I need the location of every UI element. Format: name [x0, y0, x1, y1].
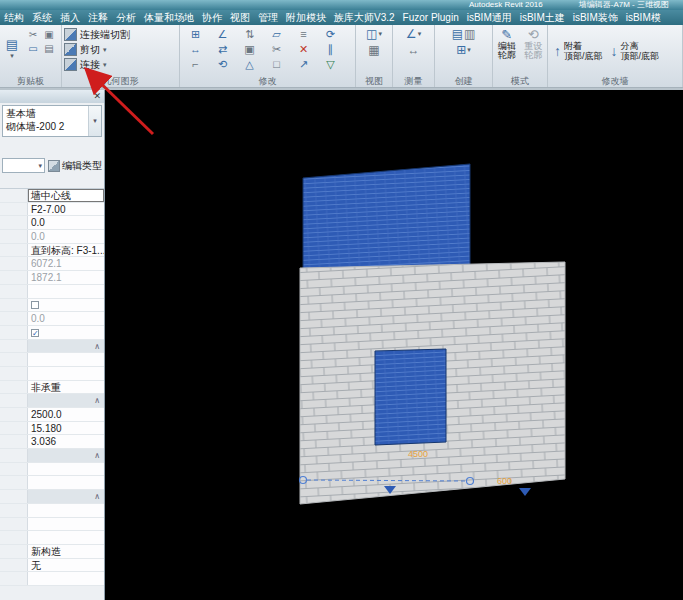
modify-tool-icon[interactable]: ↔: [182, 42, 209, 57]
property-value[interactable]: 0.0: [28, 230, 104, 243]
ribbon-tab[interactable]: 协作: [198, 10, 226, 25]
property-value[interactable]: [28, 518, 104, 531]
measure-arrow-button[interactable]: ↔: [408, 43, 420, 57]
property-value[interactable]: [28, 531, 104, 544]
edit-type-button[interactable]: 编辑类型: [48, 159, 102, 173]
property-value[interactable]: [28, 504, 104, 517]
property-value[interactable]: [28, 394, 104, 407]
3d-viewport-canvas[interactable]: 4500 600: [105, 90, 683, 600]
property-value[interactable]: [28, 353, 104, 366]
ribbon-tab[interactable]: 系统: [28, 10, 56, 25]
geometry-button[interactable]: 连接 ▾: [64, 57, 177, 72]
ribbon-tab[interactable]: Fuzor Plugin: [399, 10, 463, 25]
wall-attach-button[interactable]: ↑ 附着 顶部/底部: [552, 27, 605, 75]
create-button-2[interactable]: ⊞ ▾: [456, 43, 471, 57]
modify-tool-icon[interactable]: ✂: [263, 42, 290, 57]
mode-button[interactable]: ✎ 编辑 轮廓: [495, 27, 519, 75]
property-value[interactable]: 新构造: [28, 545, 104, 558]
ribbon-tab[interactable]: 插入: [56, 10, 84, 25]
property-value[interactable]: 直到标高: F3-1...: [28, 244, 104, 257]
property-value[interactable]: 无: [28, 559, 104, 572]
modify-tool-icon[interactable]: ↗: [290, 57, 317, 72]
modify-tool-icon[interactable]: ▣: [236, 42, 263, 57]
ribbon-tab[interactable]: 分析: [112, 10, 140, 25]
property-value[interactable]: 非承重: [28, 381, 104, 394]
modify-tool-icon[interactable]: □: [263, 57, 290, 72]
view-button[interactable]: ◫ ▾: [366, 27, 382, 41]
ribbon-tab[interactable]: 族库大师V3.2: [330, 10, 399, 25]
mode-button[interactable]: ⟲ 重设 轮廓: [522, 27, 546, 75]
modify-tool-icon[interactable]: ⟲: [209, 57, 236, 72]
view-grid-button[interactable]: ▦: [368, 43, 379, 57]
property-value[interactable]: [28, 340, 104, 353]
3d-viewport[interactable]: 4500 600: [105, 90, 683, 600]
modify-tool-icon[interactable]: ▽: [317, 57, 344, 72]
modify-tool-icon[interactable]: ⌐: [182, 57, 209, 72]
property-row: [0, 353, 104, 367]
match-brush-icon[interactable]: ▭: [25, 41, 41, 55]
create-button-1[interactable]: ▤ ▥: [452, 27, 476, 41]
modify-tool-icon[interactable]: ⇄: [209, 42, 236, 57]
type-selector[interactable]: 基本墙 砌体墙-200 2 ▾: [2, 105, 102, 137]
close-icon[interactable]: ✕: [93, 92, 101, 101]
property-value[interactable]: [28, 572, 104, 585]
ribbon-tab[interactable]: 附加模块: [282, 10, 330, 25]
property-value[interactable]: 2500.0: [28, 408, 104, 421]
type-family: 基本墙: [6, 107, 85, 120]
modify-tool-icon[interactable]: △: [236, 57, 263, 72]
group-label-geometry: 几何图形: [62, 75, 179, 87]
ribbon-tab[interactable]: isBIM装饰: [569, 10, 622, 25]
geometry-button-label: 连接: [80, 58, 100, 72]
property-label: [0, 559, 28, 572]
copy-icon[interactable]: ▣: [41, 27, 57, 41]
property-value[interactable]: [28, 449, 104, 462]
filter-dropdown[interactable]: ▾: [2, 158, 45, 173]
wall-button-label: 附着 顶部/底部: [564, 41, 603, 61]
wall-attach-button[interactable]: ↓ 分离 顶部/底部: [609, 27, 662, 75]
property-value[interactable]: 墙中心线: [28, 189, 104, 202]
geometry-button[interactable]: 连接端切割: [64, 27, 177, 42]
modify-tool-icon[interactable]: ∠: [209, 27, 236, 42]
mode-button-label-line2: 轮廓: [522, 51, 546, 60]
dimension-text-opening[interactable]: 4500: [408, 449, 428, 459]
measure-button[interactable]: ∠ ▾: [406, 27, 421, 41]
property-value[interactable]: 3.036: [28, 435, 104, 448]
property-value[interactable]: 0.0: [28, 216, 104, 229]
geometry-button[interactable]: 剪切 ▾: [64, 42, 177, 57]
ribbon-tab[interactable]: 体量和场地: [140, 10, 198, 25]
property-value[interactable]: [28, 299, 104, 312]
modify-tool-icon[interactable]: ✕: [290, 42, 317, 57]
ribbon-tab[interactable]: 管理: [254, 10, 282, 25]
wall-opening[interactable]: [375, 349, 446, 445]
property-value[interactable]: [28, 463, 104, 476]
modify-tool-icon[interactable]: ▱: [263, 27, 290, 42]
ribbon-tab[interactable]: 视图: [226, 10, 254, 25]
document-title: 墙编辑器-A7M - 三维视图: [579, 0, 669, 10]
modify-tool-icon[interactable]: ⇅: [236, 27, 263, 42]
modify-tool-icon[interactable]: ⊞: [182, 27, 209, 42]
property-value[interactable]: [28, 367, 104, 380]
ribbon-tab[interactable]: 结构: [0, 10, 28, 25]
property-value[interactable]: 15.180: [28, 422, 104, 435]
selected-wall[interactable]: [303, 164, 470, 274]
property-value[interactable]: [28, 326, 104, 339]
paste-options-icon[interactable]: ▤: [41, 41, 57, 55]
dimension-text-edge[interactable]: 600: [497, 476, 512, 486]
modify-tool-icon[interactable]: ⟳: [317, 27, 344, 42]
property-value[interactable]: [28, 490, 104, 503]
property-value[interactable]: [28, 476, 104, 489]
ribbon-tab[interactable]: 注释: [84, 10, 112, 25]
modify-tool-icon[interactable]: ≡: [290, 27, 317, 42]
ribbon-tab[interactable]: isBIM土建: [516, 10, 569, 25]
cut-icon[interactable]: ✂: [25, 27, 41, 41]
ribbon-tab[interactable]: isBIM模: [622, 10, 665, 25]
paste-button[interactable]: ▤ ▾: [2, 27, 22, 69]
property-value[interactable]: 6072.1: [28, 257, 104, 270]
ribbon-tab[interactable]: isBIM通用: [463, 10, 516, 25]
property-value[interactable]: 0.0: [28, 312, 104, 325]
modify-tool-icon[interactable]: ∥: [317, 42, 344, 57]
property-value[interactable]: 1872.1: [28, 271, 104, 284]
chevron-down-icon[interactable]: ▾: [88, 106, 101, 136]
property-value[interactable]: [28, 285, 104, 298]
property-value[interactable]: F2-7.00: [28, 203, 104, 216]
